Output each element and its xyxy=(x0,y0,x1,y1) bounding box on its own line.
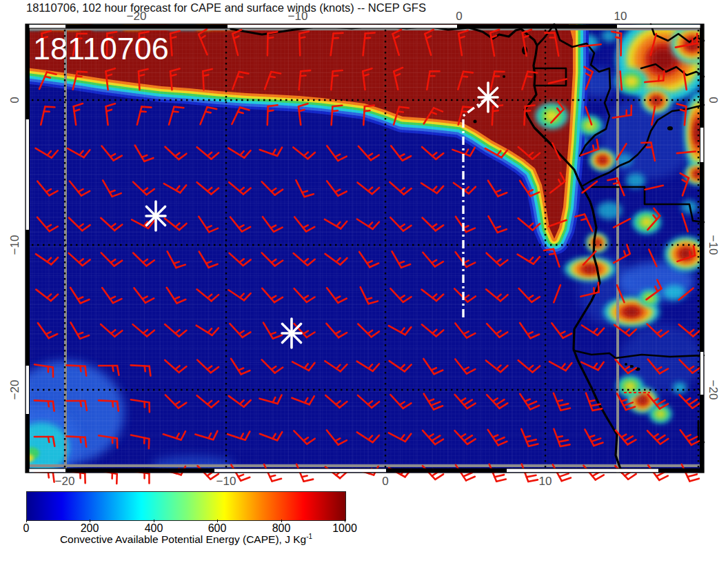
colorbar-tick-label: 0 xyxy=(23,522,30,535)
asterisk-marker xyxy=(282,319,301,348)
colorbar-gradient xyxy=(26,491,346,521)
colorbar-tick-mark xyxy=(345,520,345,522)
asterisk-marker xyxy=(146,201,165,230)
ship-track-line xyxy=(463,97,488,319)
coastline-and-borders xyxy=(231,24,704,473)
colorbar-tick-mark xyxy=(26,520,27,522)
page-title: 18110706, 102 hour forecast for CAPE and… xyxy=(26,1,426,14)
date-stamp: 18110706 xyxy=(33,31,169,66)
colorbar-caption-text: Convective Available Potential Energy (C… xyxy=(60,533,306,545)
forecast-figure: 18110706, 102 hour forecast for CAPE and… xyxy=(0,0,728,563)
colorbar-tick-mark xyxy=(90,520,90,522)
x-axis-bottom-tick-label: −20 xyxy=(55,475,75,488)
asterisk-marker xyxy=(478,83,498,112)
x-axis-bottom-tick-label: 0 xyxy=(382,475,388,488)
y-axis-left-tick-label: −10 xyxy=(8,235,22,255)
cape-field-layer xyxy=(3,17,714,476)
x-axis-top-tick-label: 10 xyxy=(614,10,627,23)
y-axis-right-tick-label: −20 xyxy=(706,380,720,400)
y-axis-right-tick-label: 0 xyxy=(706,97,720,103)
wind-barbs-layer xyxy=(34,29,700,484)
colorbar-tick-mark xyxy=(281,520,282,522)
y-axis-left-tick-label: 0 xyxy=(8,97,22,103)
x-axis-bottom-tick-label: −10 xyxy=(216,475,236,488)
y-axis-right-tick-label: −10 xyxy=(706,235,720,255)
y-axis-left-tick-label: −20 xyxy=(8,380,22,400)
colorbar-tick-label: 1000 xyxy=(332,522,357,535)
x-axis-top-tick-label: −20 xyxy=(127,10,147,23)
map-frame xyxy=(26,24,704,473)
cape-wind-map: 18110706 xyxy=(0,0,728,563)
x-axis-top-tick-label: −10 xyxy=(288,10,308,23)
annotation-layer: 18110706 xyxy=(33,31,498,348)
colorbar-tick-mark xyxy=(217,520,218,522)
map-overlays-layer xyxy=(26,24,704,473)
colorbar-tick-mark xyxy=(154,520,154,522)
colorbar-caption-sup: -1 xyxy=(306,533,312,540)
x-axis-top-tick-label: 0 xyxy=(456,10,462,23)
x-axis-bottom-tick-label: 10 xyxy=(539,475,552,488)
colorbar-caption: Convective Available Potential Energy (C… xyxy=(60,533,312,546)
